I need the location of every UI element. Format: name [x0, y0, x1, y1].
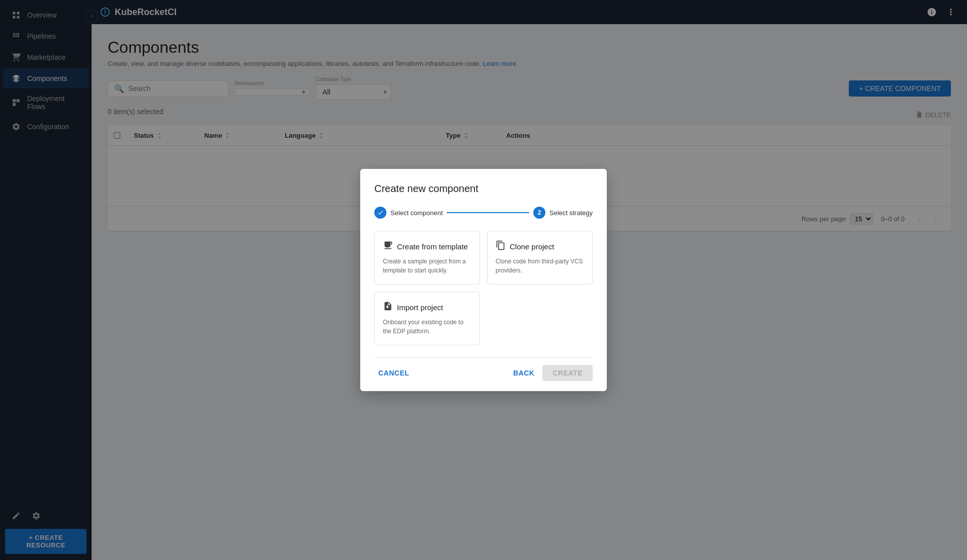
- option-title: Create from template: [383, 240, 471, 253]
- option-desc: Create a sample project from a template …: [383, 257, 471, 275]
- stepper: Select component 2 Select strategy: [374, 207, 593, 219]
- option-desc: Clone code from third-party VCS provider…: [496, 257, 584, 275]
- create-button[interactable]: CREATE: [542, 365, 593, 381]
- import-icon: [383, 301, 393, 314]
- create-component-dialog: Create new component Select component 2 …: [360, 169, 607, 391]
- step-1: Select component: [374, 207, 443, 219]
- option-clone-project[interactable]: Clone project Clone code from third-part…: [487, 231, 593, 285]
- option-desc: Onboard your existing code to the EDP pl…: [383, 318, 471, 336]
- checkmark-icon: [377, 209, 384, 216]
- option-title: Clone project: [496, 240, 584, 253]
- option-title: Import project: [383, 301, 471, 314]
- back-button[interactable]: BACK: [509, 365, 538, 381]
- step-2: 2 Select strategy: [533, 207, 593, 219]
- option-create-from-template[interactable]: Create from template Create a sample pro…: [374, 231, 480, 285]
- template-icon: [383, 240, 393, 253]
- modal-overlay[interactable]: Create new component Select component 2 …: [0, 0, 967, 560]
- dialog-title: Create new component: [374, 183, 593, 195]
- clone-icon: [496, 240, 506, 253]
- step-1-circle: [374, 207, 386, 219]
- cancel-button[interactable]: CANCEL: [374, 366, 413, 380]
- step-2-label: Select strategy: [549, 209, 593, 217]
- dialog-footer: CANCEL BACK CREATE: [374, 357, 593, 381]
- step-line: [447, 212, 529, 213]
- step-1-label: Select component: [390, 209, 443, 217]
- dialog-actions: BACK CREATE: [509, 365, 593, 381]
- step-2-circle: 2: [533, 207, 545, 219]
- options-grid: Create from template Create a sample pro…: [374, 231, 593, 345]
- option-import-project[interactable]: Import project Onboard your existing cod…: [374, 292, 480, 345]
